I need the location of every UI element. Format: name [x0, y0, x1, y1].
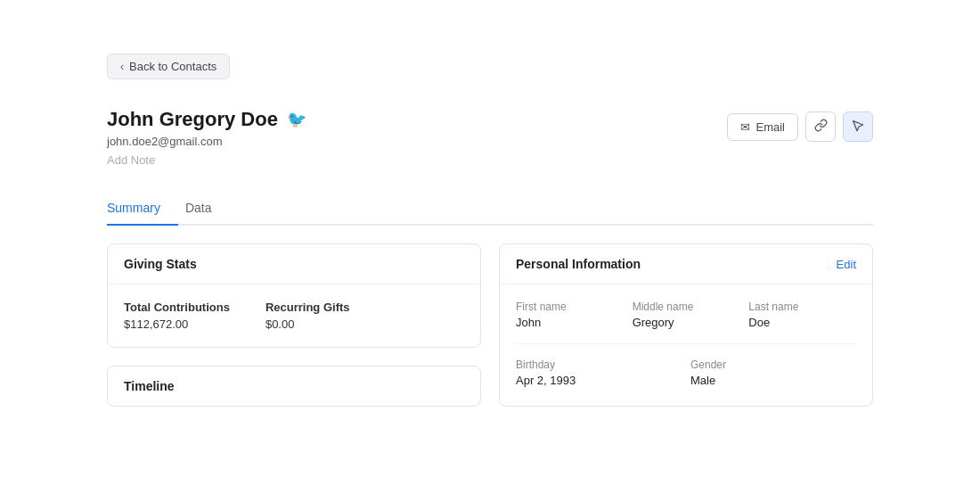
personal-info-card: Personal Information Edit First name Joh… [499, 243, 873, 407]
first-name-field: First name John [516, 301, 624, 329]
giving-stats-card: Giving Stats Total Contributions $112,67… [107, 243, 481, 348]
left-column: Giving Stats Total Contributions $112,67… [107, 243, 481, 407]
middle-name-field: Middle name Gregory [633, 301, 740, 329]
add-note-button[interactable]: Add Note [107, 153, 306, 167]
recurring-gifts-value: $0.00 [265, 317, 350, 331]
giving-stats-header: Giving Stats [108, 244, 480, 284]
total-contributions-label: Total Contributions [124, 301, 230, 314]
action-buttons: ✉ Email [727, 111, 873, 142]
birthday-gender-grid: Birthday Apr 2, 1993 Gender Male [516, 343, 856, 387]
birthday-value: Apr 2, 1993 [516, 374, 682, 387]
chevron-left-icon: ‹ [120, 61, 124, 73]
contact-header: John Gregory Doe 🐦 john.doe2@gmail.com A… [107, 108, 873, 167]
gender-field: Gender Male [690, 358, 856, 387]
middle-name-label: Middle name [633, 301, 740, 313]
contact-info: John Gregory Doe 🐦 john.doe2@gmail.com A… [107, 108, 306, 167]
tab-data[interactable]: Data [185, 192, 230, 226]
gender-value: Male [690, 374, 856, 387]
first-name-value: John [516, 316, 624, 329]
last-name-field: Last name Doe [748, 301, 856, 329]
personal-info-title: Personal Information [516, 257, 641, 271]
more-options-button[interactable] [843, 111, 873, 142]
total-contributions-value: $112,672.00 [124, 317, 230, 331]
personal-info-body: First name John Middle name Gregory Last… [500, 284, 872, 403]
giving-stats-body: Total Contributions $112,672.00 Recurrin… [108, 284, 480, 347]
phone-button[interactable] [805, 111, 836, 142]
giving-stats-grid: Total Contributions $112,672.00 Recurrin… [124, 301, 464, 331]
birthday-label: Birthday [516, 358, 682, 371]
last-name-value: Doe [748, 316, 856, 329]
recurring-gifts-label: Recurring Gifts [265, 301, 350, 314]
first-name-label: First name [516, 301, 624, 313]
contact-name-row: John Gregory Doe 🐦 [107, 108, 306, 131]
tabs: Summary Data [107, 192, 873, 226]
back-to-contacts-button[interactable]: ‹ Back to Contacts [107, 54, 230, 79]
personal-info-edit-button[interactable]: Edit [837, 258, 856, 271]
timeline-header: Timeline [108, 367, 480, 406]
phone-icon [814, 119, 828, 135]
giving-stats-title: Giving Stats [124, 257, 197, 271]
gender-label: Gender [690, 358, 856, 371]
tab-summary[interactable]: Summary [107, 192, 178, 226]
name-fields-grid: First name John Middle name Gregory Last… [516, 301, 856, 329]
twitter-icon[interactable]: 🐦 [287, 110, 306, 129]
total-contributions-item: Total Contributions $112,672.00 [124, 301, 230, 331]
back-button-label: Back to Contacts [129, 60, 216, 73]
personal-info-header: Personal Information Edit [500, 244, 872, 284]
email-button[interactable]: ✉ Email [727, 113, 798, 141]
timeline-title: Timeline [124, 379, 175, 393]
more-options-icon [851, 119, 865, 136]
recurring-gifts-item: Recurring Gifts $0.00 [265, 301, 350, 331]
email-button-label: Email [755, 120, 785, 134]
contact-email: john.doe2@gmail.com [107, 135, 306, 148]
content-grid: Giving Stats Total Contributions $112,67… [107, 243, 873, 407]
timeline-card: Timeline [107, 366, 481, 407]
last-name-label: Last name [748, 301, 856, 313]
birthday-field: Birthday Apr 2, 1993 [516, 358, 682, 387]
middle-name-value: Gregory [633, 316, 740, 329]
contact-name: John Gregory Doe [107, 108, 278, 131]
email-icon: ✉ [740, 120, 750, 134]
